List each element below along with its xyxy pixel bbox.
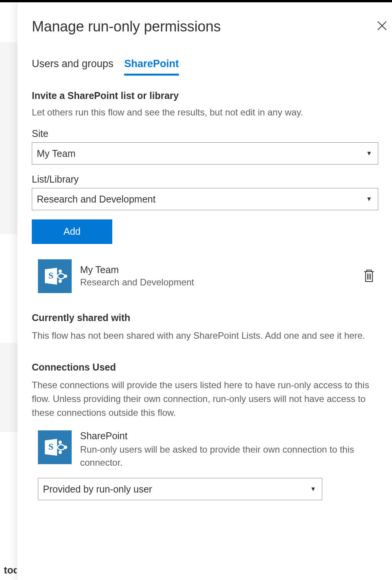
site-select[interactable]: My Team — [32, 142, 378, 165]
chevron-right-icon: 〉 — [0, 295, 5, 306]
tab-sharepoint[interactable]: SharePoint — [124, 58, 179, 76]
connection-select-wrap: Provided by run-only user ▼ — [32, 478, 378, 500]
added-item-subtitle: Research and Development — [80, 277, 351, 288]
add-button[interactable]: Add — [32, 219, 112, 244]
added-sharepoint-item: S My Team Research and Development — [32, 259, 378, 293]
bg-strip: 〉 〉 〉 — [0, 234, 17, 343]
site-label: Site — [32, 128, 378, 139]
close-icon — [377, 20, 387, 31]
svg-text:S: S — [48, 270, 53, 280]
connections-used-section: Connections Used These connections will … — [32, 362, 378, 501]
chevron-right-icon: 〉 — [0, 267, 5, 277]
svg-point-7 — [59, 440, 62, 444]
invite-heading: Invite a SharePoint list or library — [32, 90, 378, 101]
panel-title: Manage run-only permissions — [32, 18, 221, 35]
svg-point-2 — [59, 269, 62, 273]
bg-strip — [0, 42, 17, 234]
bg-truncated-text: tod — [0, 564, 19, 580]
sharepoint-icon: S — [38, 259, 72, 293]
invite-description: Let others run this flow and see the res… — [32, 106, 378, 119]
list-library-select[interactable]: Research and Development — [32, 188, 378, 210]
connection-provider-select[interactable]: Provided by run-only user — [38, 478, 322, 500]
connections-heading: Connections Used — [32, 362, 378, 373]
tabs: Users and groups SharePoint — [32, 58, 378, 76]
connection-title: SharePoint — [80, 430, 378, 442]
currently-shared-section: Currently shared with This flow has not … — [32, 312, 378, 343]
sharepoint-icon: S — [38, 430, 72, 464]
panel-header: Manage run-only permissions — [32, 18, 378, 35]
close-button[interactable] — [375, 19, 389, 35]
connection-text: SharePoint Run-only users will be asked … — [80, 430, 378, 470]
connection-item: S SharePoint Run-only users will be aske… — [32, 430, 378, 470]
svg-point-8 — [59, 450, 62, 454]
bg-strip — [0, 432, 17, 580]
site-select-wrap: My Team ▼ — [32, 142, 378, 165]
trash-icon — [362, 268, 376, 283]
chevron-right-icon: 〉 — [0, 324, 5, 334]
bg-strip — [0, 343, 17, 432]
list-select-wrap: Research and Development ▼ — [32, 188, 378, 210]
delete-button[interactable] — [360, 265, 378, 287]
added-item-title: My Team — [80, 264, 351, 275]
tab-users-and-groups[interactable]: Users and groups — [32, 58, 113, 76]
permissions-panel: Manage run-only permissions Users and gr… — [17, 2, 392, 580]
shared-body: This flow has not been shared with any S… — [32, 329, 378, 343]
shared-heading: Currently shared with — [32, 312, 378, 323]
connection-description: Run-only users will be asked to provide … — [80, 443, 378, 470]
svg-text:S: S — [48, 442, 53, 451]
bg-strip — [0, 2, 17, 42]
connections-body: These connections will provide the users… — [32, 378, 378, 420]
added-item-text: My Team Research and Development — [80, 264, 351, 288]
svg-point-3 — [59, 279, 62, 283]
list-library-label: List/Library — [32, 174, 378, 185]
